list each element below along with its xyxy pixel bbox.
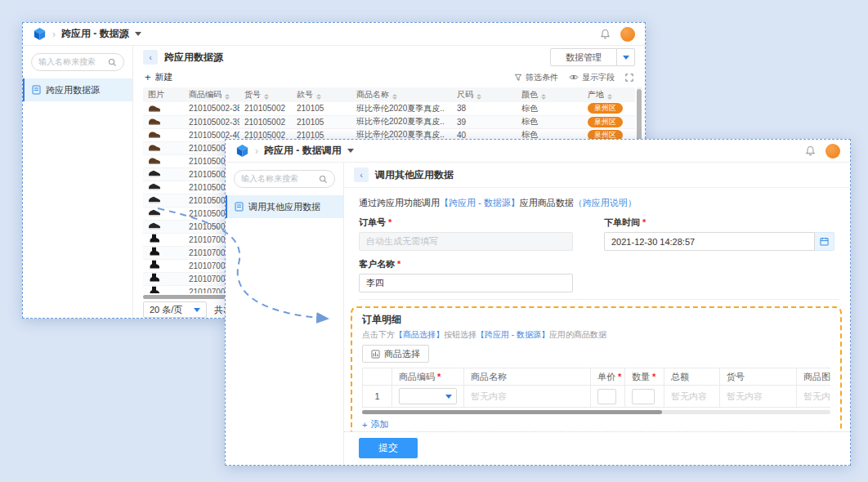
table-row[interactable]: 210105002-39210105002210105班比帝伦2020夏季真皮.… [143, 115, 635, 128]
sort-icon[interactable] [225, 94, 230, 100]
sort-icon[interactable] [477, 94, 481, 100]
sort-icon[interactable] [607, 94, 612, 100]
eye-icon [569, 74, 579, 81]
cell-style_no: 210105 [292, 102, 351, 115]
form-content: 通过跨应用功能调用【跨应用 - 数据源】应用商品数据（跨应用说明） 订单号 自动… [344, 188, 850, 431]
order-time-field[interactable]: 2021-12-30 14:28:57 [604, 232, 815, 251]
product-select-button[interactable]: 商品选择 [362, 345, 429, 363]
customer-label: 客户名称 [359, 258, 573, 270]
search-placeholder: 输入名称来搜索 [241, 173, 298, 185]
order-detail-highlight: 订单明细 点击下方【商品选择】按钮选择【跨应用 - 数据源】应用的商品数据 商品… [351, 306, 842, 431]
page-title: 调用其他应用数据 [375, 168, 454, 182]
sort-icon[interactable] [392, 94, 397, 100]
text-segment: 按钮选择 [444, 330, 477, 339]
back-button[interactable]: ‹ [354, 167, 369, 182]
app-logo-icon[interactable] [235, 144, 249, 158]
table-row[interactable]: 210105002-38210105002210105班比帝伦2020夏季真皮.… [143, 102, 635, 115]
show-fields-button[interactable]: 显示字段 [569, 72, 615, 83]
order-no-field[interactable]: 自动生成无需填写 [359, 232, 573, 251]
product-photo [148, 155, 161, 165]
detail-input[interactable] [597, 389, 616, 404]
source-window-header: › 跨应用 - 数据源 [23, 23, 645, 46]
table-toolbar: + 新建 筛选条件 [133, 69, 645, 86]
source-breadcrumb-row: ‹ 跨应用数据源 数据管理 [133, 46, 645, 69]
sort-icon[interactable] [316, 94, 321, 100]
detail-column-header: 单价 [591, 368, 625, 386]
product-photo [148, 273, 161, 283]
page-title: 跨应用数据源 [164, 51, 223, 65]
sidebar-item-datasource[interactable]: 跨应用数据源 [23, 78, 132, 101]
origin-badge: 泉州区 [588, 103, 623, 114]
submit-button[interactable]: 提交 [359, 438, 418, 458]
text-link[interactable]: 【跨应用 - 数据源】 [477, 330, 549, 339]
cell-code: 210105002-39 [184, 115, 239, 128]
sidebar-item-label: 跨应用数据源 [46, 84, 100, 96]
app-logo-icon[interactable] [33, 27, 47, 41]
data-manage-button[interactable]: 数据管理 [550, 48, 617, 66]
data-manage-caret[interactable] [617, 48, 635, 66]
column-header: 货号 [239, 87, 292, 102]
breadcrumb-separator: › [52, 29, 56, 40]
new-record-button[interactable]: + 新建 [145, 71, 173, 83]
sort-icon[interactable] [264, 94, 269, 100]
detail-table-wrap: 商品编码商品名称单价数量总额货号商品图片 1暂无内容暂无内容暂无内容暂无内容 [362, 368, 830, 408]
text-link[interactable]: 【商品选择】 [395, 330, 444, 339]
page-icon [32, 85, 41, 95]
text-segment: 点击下方 [362, 330, 395, 339]
order-no-label: 订单号 [359, 216, 573, 229]
filter-button[interactable]: 筛选条件 [514, 72, 558, 83]
fullscreen-icon[interactable] [625, 74, 633, 82]
product-code-select[interactable] [399, 388, 457, 404]
search-input[interactable]: 输入名称来搜索 [234, 170, 335, 188]
add-row-button[interactable]: + 添加 [362, 418, 388, 431]
text-link[interactable]: （跨应用说明） [574, 198, 637, 208]
breadcrumb-separator: › [255, 145, 258, 157]
customer-field[interactable]: 李四 [359, 274, 573, 292]
text-link[interactable]: 【跨应用 - 数据源】 [440, 198, 520, 208]
calendar-icon[interactable] [815, 232, 834, 251]
cell-size: 39 [452, 115, 517, 128]
row-index-header [363, 368, 392, 386]
text-segment: 应用商品数据 [520, 198, 574, 208]
cell-item_no: 210105002 [239, 115, 292, 128]
column-header: 尺码 [452, 87, 517, 102]
product-photo [148, 208, 161, 217]
product-photo [148, 168, 161, 178]
product-photo [148, 234, 161, 243]
product-photo [148, 260, 161, 270]
section-divider [359, 299, 839, 300]
chevron-down-icon [194, 308, 200, 312]
search-input[interactable]: 输入名称来搜索 [31, 53, 124, 71]
product-photo [148, 247, 161, 257]
empty-placeholder: 暂无内容 [803, 391, 830, 401]
search-placeholder: 输入名称来搜索 [38, 56, 96, 68]
cell-item_no: 210105002 [239, 102, 292, 115]
back-button[interactable]: ‹ [143, 50, 158, 65]
avatar[interactable] [825, 144, 840, 158]
page-icon [235, 202, 244, 212]
bell-icon[interactable] [805, 145, 816, 157]
plus-icon: + [362, 420, 367, 430]
app-switch-caret-icon[interactable] [135, 32, 141, 36]
text-segment: 应用的商品数据 [549, 330, 606, 339]
app-switch-caret-icon[interactable] [347, 149, 354, 153]
app-title: 跨应用 - 数据调用 [264, 144, 342, 158]
cell-name: 班比帝伦2020夏季真皮.. [351, 115, 452, 128]
chevron-down-icon [445, 395, 452, 399]
avatar[interactable] [620, 27, 635, 42]
detail-horizontal-scrollbar[interactable] [362, 410, 830, 414]
product-photo [148, 142, 161, 152]
window-data-call: › 跨应用 - 数据调用 输入名称来搜索 [225, 139, 851, 466]
cell-size: 38 [452, 102, 517, 115]
sidebar-item-call-data[interactable]: 调用其他应用数据 [226, 195, 343, 218]
page-size-select[interactable]: 20 条/页 [143, 301, 207, 318]
bell-icon[interactable] [600, 29, 611, 40]
sort-icon[interactable] [541, 94, 546, 100]
intro-text: 通过跨应用功能调用【跨应用 - 数据源】应用商品数据（跨应用说明） [359, 197, 839, 209]
order-detail-title: 订单明细 [362, 313, 830, 327]
product-photo [148, 221, 161, 230]
call-window-header: › 跨应用 - 数据调用 [226, 140, 850, 163]
product-photo [148, 194, 161, 204]
cell-color: 棕色 [517, 115, 583, 128]
detail-input[interactable] [632, 389, 655, 404]
